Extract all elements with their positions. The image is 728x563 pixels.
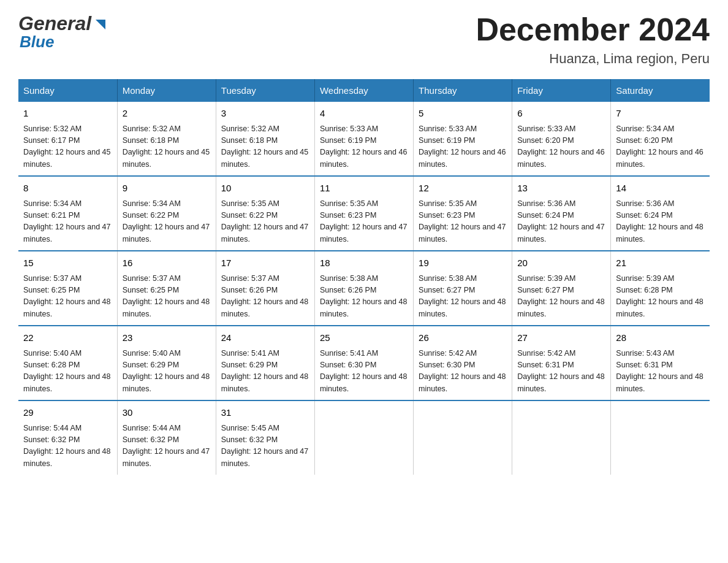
sunrise-text: Sunrise: 5:35 AM [320,199,378,208]
day-number: 2 [123,107,211,121]
sunrise-text: Sunrise: 5:36 AM [616,199,674,208]
day-number: 25 [320,331,408,345]
sunset-text: Sunset: 6:23 PM [320,211,376,220]
sunrise-text: Sunrise: 5:37 AM [221,274,279,283]
day-number: 29 [23,406,112,420]
sunrise-text: Sunrise: 5:41 AM [221,349,279,358]
day-number: 14 [616,182,705,196]
day-info: Sunrise: 5:33 AMSunset: 6:19 PMDaylight:… [419,123,507,171]
calendar-day-cell: 21Sunrise: 5:39 AMSunset: 6:28 PMDayligh… [611,251,710,326]
daylight-text: Daylight: 12 hours and 48 minutes. [123,372,210,393]
day-info: Sunrise: 5:42 AMSunset: 6:30 PMDaylight:… [419,348,507,396]
day-info: Sunrise: 5:36 AMSunset: 6:24 PMDaylight:… [517,198,605,246]
calendar-day-cell: 17Sunrise: 5:37 AMSunset: 6:26 PMDayligh… [216,251,314,326]
calendar-day-cell: 1Sunrise: 5:32 AMSunset: 6:17 PMDaylight… [18,102,117,176]
day-number: 19 [419,256,507,270]
day-number: 3 [221,107,309,121]
daylight-text: Daylight: 12 hours and 48 minutes. [23,297,110,318]
daylight-text: Daylight: 12 hours and 47 minutes. [419,223,506,243]
column-header-thursday: Thursday [414,79,512,102]
calendar-day-cell: 11Sunrise: 5:35 AMSunset: 6:23 PMDayligh… [314,176,413,251]
sunset-text: Sunset: 6:20 PM [517,136,574,145]
daylight-text: Daylight: 12 hours and 46 minutes. [517,148,604,168]
day-info: Sunrise: 5:34 AMSunset: 6:20 PMDaylight:… [616,123,705,171]
logo-general-text: General [18,12,91,35]
calendar-day-cell: 5Sunrise: 5:33 AMSunset: 6:19 PMDaylight… [414,102,512,176]
sunrise-text: Sunrise: 5:36 AM [517,199,575,208]
day-number: 8 [23,182,112,196]
day-number: 13 [517,182,605,196]
sunset-text: Sunset: 6:31 PM [616,361,672,369]
daylight-text: Daylight: 12 hours and 48 minutes. [419,297,506,318]
daylight-text: Daylight: 12 hours and 47 minutes. [123,223,210,243]
daylight-text: Daylight: 12 hours and 46 minutes. [419,148,506,168]
page-header: General Blue December 2024 Huanza, Lima … [18,12,710,67]
calendar-day-cell: 30Sunrise: 5:44 AMSunset: 6:32 PMDayligh… [117,400,216,475]
sunrise-text: Sunrise: 5:41 AM [320,349,378,358]
sunrise-text: Sunrise: 5:32 AM [23,124,82,133]
daylight-text: Daylight: 12 hours and 46 minutes. [320,148,407,168]
calendar-week-row: 8Sunrise: 5:34 AMSunset: 6:21 PMDaylight… [18,176,710,251]
daylight-text: Daylight: 12 hours and 45 minutes. [23,148,110,168]
svg-marker-0 [96,20,105,29]
day-number: 11 [320,182,408,196]
day-info: Sunrise: 5:41 AMSunset: 6:29 PMDaylight:… [221,348,309,396]
day-info: Sunrise: 5:37 AMSunset: 6:26 PMDaylight:… [221,273,309,321]
calendar-day-cell: 20Sunrise: 5:39 AMSunset: 6:27 PMDayligh… [512,251,611,326]
daylight-text: Daylight: 12 hours and 48 minutes. [123,297,210,318]
day-number: 5 [419,107,507,121]
sunset-text: Sunset: 6:17 PM [23,136,80,145]
day-info: Sunrise: 5:32 AMSunset: 6:17 PMDaylight:… [23,123,112,171]
day-number: 17 [221,256,309,270]
day-number: 18 [320,256,408,270]
sunset-text: Sunset: 6:27 PM [419,286,475,294]
sunset-text: Sunset: 6:31 PM [517,361,574,369]
calendar-empty-cell [611,400,710,475]
sunset-text: Sunset: 6:19 PM [419,136,475,145]
calendar-day-cell: 10Sunrise: 5:35 AMSunset: 6:22 PMDayligh… [216,176,314,251]
day-number: 15 [23,256,112,270]
day-number: 23 [123,331,211,345]
daylight-text: Daylight: 12 hours and 47 minutes. [123,447,210,467]
sunrise-text: Sunrise: 5:32 AM [221,124,279,133]
sunrise-text: Sunrise: 5:42 AM [517,349,575,358]
calendar-empty-cell [314,400,413,475]
calendar-week-row: 1Sunrise: 5:32 AMSunset: 6:17 PMDaylight… [18,102,710,176]
day-info: Sunrise: 5:42 AMSunset: 6:31 PMDaylight:… [517,348,605,396]
sunset-text: Sunset: 6:24 PM [616,211,672,220]
sunset-text: Sunset: 6:32 PM [23,435,80,444]
calendar-day-cell: 31Sunrise: 5:45 AMSunset: 6:32 PMDayligh… [216,400,314,475]
day-number: 21 [616,256,705,270]
sunset-text: Sunset: 6:25 PM [123,286,179,294]
calendar-day-cell: 4Sunrise: 5:33 AMSunset: 6:19 PMDaylight… [314,102,413,176]
sunset-text: Sunset: 6:27 PM [517,286,574,294]
day-info: Sunrise: 5:33 AMSunset: 6:19 PMDaylight:… [320,123,408,171]
calendar-header-row: SundayMondayTuesdayWednesdayThursdayFrid… [18,79,710,102]
calendar-day-cell: 12Sunrise: 5:35 AMSunset: 6:23 PMDayligh… [414,176,512,251]
calendar-day-cell: 3Sunrise: 5:32 AMSunset: 6:18 PMDaylight… [216,102,314,176]
calendar-day-cell: 6Sunrise: 5:33 AMSunset: 6:20 PMDaylight… [512,102,611,176]
calendar-day-cell: 13Sunrise: 5:36 AMSunset: 6:24 PMDayligh… [512,176,611,251]
day-info: Sunrise: 5:45 AMSunset: 6:32 PMDaylight:… [221,423,309,470]
daylight-text: Daylight: 12 hours and 47 minutes. [221,223,308,243]
calendar-day-cell: 27Sunrise: 5:42 AMSunset: 6:31 PMDayligh… [512,326,611,400]
column-header-friday: Friday [512,79,611,102]
calendar-day-cell: 16Sunrise: 5:37 AMSunset: 6:25 PMDayligh… [117,251,216,326]
day-number: 4 [320,107,408,121]
calendar-week-row: 29Sunrise: 5:44 AMSunset: 6:32 PMDayligh… [18,400,710,475]
daylight-text: Daylight: 12 hours and 48 minutes. [616,223,703,243]
sunset-text: Sunset: 6:28 PM [616,286,672,294]
daylight-text: Daylight: 12 hours and 48 minutes. [221,372,308,393]
sunset-text: Sunset: 6:18 PM [123,136,179,145]
day-number: 28 [616,331,705,345]
sunset-text: Sunset: 6:28 PM [23,361,80,369]
day-info: Sunrise: 5:33 AMSunset: 6:20 PMDaylight:… [517,123,605,171]
day-number: 26 [419,331,507,345]
logo-blue-text: Blue [18,33,54,52]
sunset-text: Sunset: 6:29 PM [123,361,179,369]
sunrise-text: Sunrise: 5:33 AM [419,124,477,133]
calendar-week-row: 22Sunrise: 5:40 AMSunset: 6:28 PMDayligh… [18,326,710,400]
sunset-text: Sunset: 6:26 PM [221,286,278,294]
day-number: 12 [419,182,507,196]
day-number: 6 [517,107,605,121]
